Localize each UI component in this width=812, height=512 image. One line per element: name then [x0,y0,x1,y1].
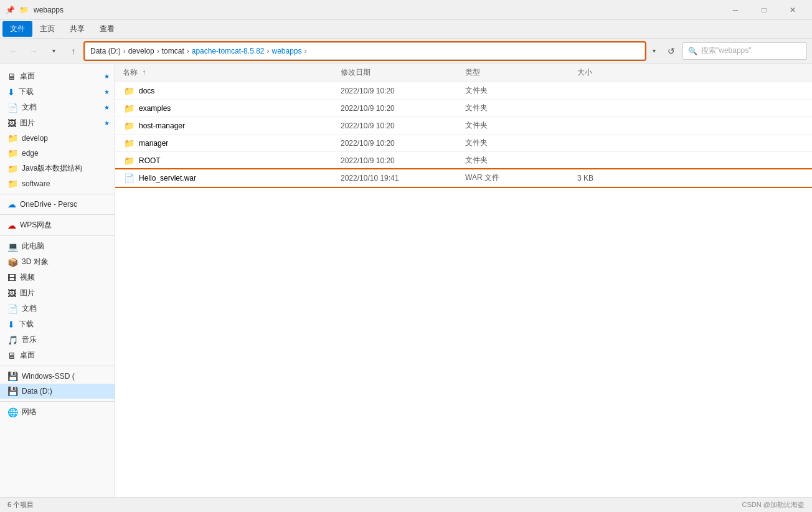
file-type-manager: 文件夹 [465,138,577,148]
maximize-button[interactable]: □ [750,0,778,20]
sidebar-item-downloads2[interactable]: ⬇ 下载 [0,316,115,332]
dropdown-nav-button[interactable]: ▾ [45,42,62,60]
status-watermark: CSDN @加勒比海盗 [742,500,805,510]
up-button[interactable]: ↑ [65,42,82,60]
sidebar-item-documents[interactable]: 📄 文档 ★ [0,100,115,115]
file-date-host-manager: 2022/10/9 10:20 [341,121,465,130]
sidebar-label-pictures2: 图片 [20,288,110,298]
sidebar-item-java[interactable]: 📁 Java版本数据结构 [0,161,115,176]
address-segment-develop[interactable]: develop [128,47,154,55]
file-list-header: 名称 ↑ 修改日期 类型 大小 [115,64,812,82]
title-bar: 📌 📁 webapps ─ □ ✕ [0,0,812,20]
file-type-root: 文件夹 [465,155,577,166]
sidebar-label-music: 音乐 [22,334,110,345]
search-box[interactable]: 🔍 搜索"webapps" [682,42,807,60]
file-date-examples: 2022/10/9 10:20 [341,104,465,113]
sidebar-label-documents2: 文档 [22,303,110,314]
music-icon: 🎵 [7,335,18,345]
minimize-button[interactable]: ─ [721,0,750,20]
sidebar-item-documents2[interactable]: 📄 文档 [0,301,115,316]
sidebar-label-downloads: 下载 [19,87,100,97]
refresh-button[interactable]: ↺ [663,42,680,60]
file-item-examples[interactable]: 📁 examples 2022/10/9 10:20 文件夹 [115,100,812,117]
file-name-docs: docs [139,87,341,95]
sidebar-item-downloads[interactable]: ⬇ 下载 ★ [0,84,115,100]
close-button[interactable]: ✕ [778,0,807,20]
sidebar-item-pictures2[interactable]: 🖼 图片 [0,285,115,301]
sort-arrow: ↑ [142,68,146,77]
sidebar-item-music[interactable]: 🎵 音乐 [0,332,115,348]
file-item-host-manager[interactable]: 📁 host-manager 2022/10/9 10:20 文件夹 [115,117,812,135]
file-item-war[interactable]: 📄 Hello_servlet.war 2022/10/10 19:41 WAR… [115,169,812,187]
sidebar-label-wps: WPS网盘 [20,220,110,230]
sidebar-item-3d[interactable]: 📦 3D 对象 [0,254,115,270]
address-bar[interactable]: Data (D:) › develop › tomcat › apache-to… [85,42,645,60]
pin-icon-4: ★ [104,120,110,126]
address-segment-apache[interactable]: apache-tomcat-8.5.82 [192,47,265,55]
back-button[interactable]: ← [5,42,22,60]
desktop-icon: 🖥 [7,72,16,82]
sidebar-item-desktop[interactable]: 🖥 桌面 ★ [0,69,115,84]
col-header-name[interactable]: 名称 ↑ [123,67,341,78]
folder-icon-host-manager: 📁 [123,121,135,131]
sidebar-item-thispc[interactable]: 💻 此电脑 [0,239,115,254]
divider-1 [0,194,115,194]
sidebar-item-wps[interactable]: ☁ WPS网盘 [0,217,115,233]
sidebar-item-onedrive[interactable]: ☁ OneDrive - Persc [0,197,115,212]
sidebar-label-java: Java版本数据结构 [22,163,110,174]
sidebar-item-software[interactable]: 📁 software [0,176,115,191]
sidebar-label-network: 网络 [22,407,110,417]
forward-button[interactable]: → [25,42,42,60]
sidebar: 🖥 桌面 ★ ⬇ 下载 ★ 📄 文档 ★ 🖼 图片 ★ 📁 develop 📁 … [0,64,115,497]
documents-icon: 📄 [7,103,18,113]
menu-home[interactable]: 主页 [32,21,62,37]
sidebar-label-desktop: 桌面 [20,71,100,82]
search-placeholder: 搜索"webapps" [701,45,752,56]
sidebar-item-develop[interactable]: 📁 develop [0,131,115,146]
sidebar-item-edge[interactable]: 📁 edge [0,146,115,161]
file-type-docs: 文件夹 [465,85,577,96]
sidebar-item-network[interactable]: 🌐 网络 [0,404,115,420]
file-date-docs: 2022/10/9 10:20 [341,87,465,95]
file-name-host-manager: host-manager [139,121,341,130]
sidebar-item-data-d[interactable]: 💾 Data (D:) [0,384,115,399]
col-header-type[interactable]: 类型 [465,67,577,78]
sidebar-label-video: 视频 [20,272,110,283]
pictures2-icon: 🖼 [7,288,16,298]
col-header-date[interactable]: 修改日期 [341,67,465,78]
pin-icon-3: ★ [104,104,110,111]
desktop2-icon: 🖥 [7,351,16,361]
downloads2-icon: ⬇ [7,320,15,329]
sidebar-item-windows-ssd[interactable]: 💾 Windows-SSD ( [0,369,115,384]
folder-icon-examples: 📁 [123,103,135,113]
address-segment-webapps[interactable]: webapps [272,47,302,55]
file-size-war: 3 KB [577,174,805,183]
sidebar-item-pictures[interactable]: 🖼 图片 ★ [0,115,115,131]
network-icon: 🌐 [7,407,18,417]
file-item-docs[interactable]: 📁 docs 2022/10/9 10:20 文件夹 [115,82,812,100]
menu-file[interactable]: 文件 [2,21,32,37]
status-item-count: 6 个项目 [7,500,34,510]
sidebar-item-video[interactable]: 🎞 视频 [0,270,115,285]
content-area: 🖥 桌面 ★ ⬇ 下载 ★ 📄 文档 ★ 🖼 图片 ★ 📁 develop 📁 … [0,64,812,497]
window-controls: ─ □ ✕ [721,0,807,20]
thispc-icon: 💻 [7,242,18,252]
file-item-root[interactable]: 📁 ROOT 2022/10/9 10:20 文件夹 [115,152,812,169]
menu-share[interactable]: 共享 [62,21,92,37]
title-bar-icons: 📌 📁 [5,5,29,15]
col-header-size[interactable]: 大小 [577,67,805,78]
divider-2 [0,214,115,215]
sidebar-label-develop: develop [22,134,110,143]
menu-bar: 文件 主页 共享 查看 [0,20,812,39]
sidebar-item-desktop2[interactable]: 🖥 桌面 [0,348,115,363]
address-dropdown-button[interactable]: ▾ [648,42,660,60]
file-item-manager[interactable]: 📁 manager 2022/10/9 10:20 文件夹 [115,135,812,152]
file-type-examples: 文件夹 [465,103,577,113]
file-name-manager: manager [139,139,341,148]
sidebar-label-documents: 文档 [22,102,100,113]
address-segment-tomcat[interactable]: tomcat [162,47,184,55]
sidebar-label-onedrive: OneDrive - Persc [20,200,110,209]
menu-view[interactable]: 查看 [92,21,122,37]
quick-access-pin-icon: 📌 [5,5,15,15]
address-segment-data[interactable]: Data (D:) [90,47,121,55]
